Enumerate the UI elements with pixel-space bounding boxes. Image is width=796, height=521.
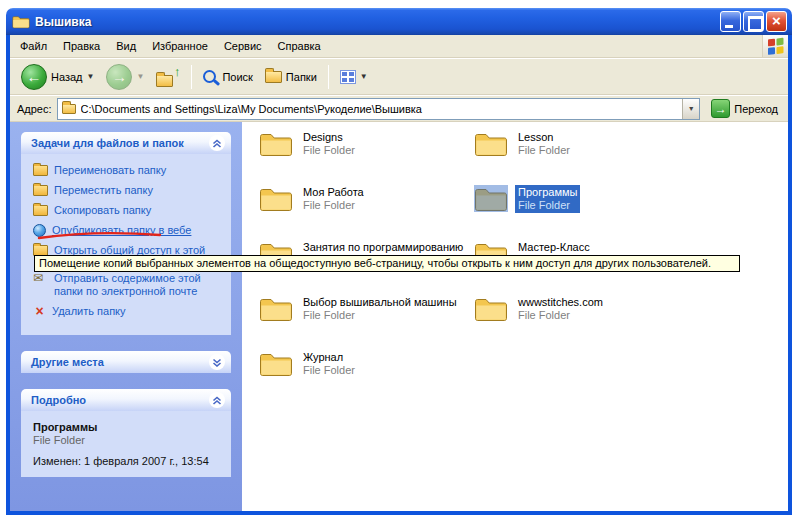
menu-item-5[interactable]: Справка	[270, 37, 329, 55]
folder-name: wwwstitches.com	[518, 296, 603, 309]
task-item-copy-folder[interactable]: Скопировать папку	[33, 204, 225, 217]
folder-text: DesignsFile Folder	[300, 130, 358, 158]
menu-item-0[interactable]: Файл	[12, 37, 55, 55]
chevron-down-icon[interactable]	[209, 354, 225, 370]
forward-button[interactable]: → ▼	[101, 62, 149, 92]
address-input[interactable]: C:\Documents and Settings\Liza\My Docume…	[57, 98, 701, 120]
views-icon	[340, 70, 356, 84]
back-label: Назад	[51, 71, 83, 83]
menu-bar: ФайлПравкаВидИзбранноеСервисСправка	[10, 35, 788, 58]
address-label: Адрес:	[17, 103, 52, 115]
details-header[interactable]: Подробно	[21, 389, 231, 411]
folder-item[interactable]: ПрограммыFile Folder	[474, 185, 580, 240]
file-tasks-list: Переименовать папкуПереместить папкуСкоп…	[21, 154, 231, 335]
folder-name: Программы	[518, 186, 577, 199]
folder-icon	[474, 185, 508, 212]
folder-item[interactable]: LessonFile Folder	[474, 130, 573, 185]
toolbar-separator	[191, 65, 192, 89]
menu-item-1[interactable]: Правка	[55, 37, 108, 55]
details-panel: Подробно Программы File Folder Изменен: …	[21, 389, 231, 477]
folder-item[interactable]: wwwstitches.comFile Folder	[474, 295, 606, 350]
folder-text: ЖурналFile Folder	[300, 350, 358, 378]
rename-folder-icon	[33, 165, 48, 176]
file-tasks-header[interactable]: Задачи для файлов и папок	[21, 132, 231, 154]
task-pane: Задачи для файлов и папок Переименовать …	[10, 122, 242, 511]
go-button[interactable]: → Переход	[705, 99, 784, 118]
task-item-label: Переименовать папку	[54, 164, 219, 177]
folder-window-icon	[12, 14, 30, 29]
explorer-window: Вышивка × ФайлПравкаВидИзбранноеСервисСп…	[6, 8, 792, 515]
folder-type: File Folder	[518, 144, 570, 157]
details-item-modified: Изменен: 1 февраля 2007 г., 13:54	[33, 455, 225, 467]
file-tasks-panel: Задачи для файлов и папок Переименовать …	[21, 132, 231, 335]
folder-item[interactable]: DesignsFile Folder	[259, 130, 358, 185]
folder-text: ПрограммыFile Folder	[515, 185, 580, 213]
move-folder-icon	[33, 185, 48, 196]
search-icon	[203, 70, 216, 83]
go-arrow-icon: →	[711, 99, 730, 118]
task-item-delete[interactable]: Удалить папку	[33, 305, 225, 318]
views-button[interactable]: ▼	[335, 68, 373, 86]
folder-icon	[259, 185, 293, 212]
search-label: Поиск	[222, 71, 252, 83]
folder-item[interactable]: Выбор вышивальной машиныFile Folder	[259, 295, 460, 350]
folder-text: wwwstitches.comFile Folder	[515, 295, 606, 323]
file-grid: DesignsFile FolderLessonFile FolderМоя Р…	[242, 122, 788, 511]
forward-dropdown-icon: ▼	[136, 72, 144, 81]
folder-icon	[474, 130, 508, 157]
menu-item-3[interactable]: Избранное	[144, 37, 216, 55]
title-bar[interactable]: Вышивка ×	[6, 8, 792, 35]
tooltip: Помещение копий выбранных элементов на о…	[34, 255, 740, 272]
details-item-type: File Folder	[33, 434, 225, 446]
other-places-header[interactable]: Другие места	[21, 351, 231, 373]
up-folder-icon: ↑	[156, 67, 180, 87]
folder-type: File Folder	[518, 199, 577, 212]
publish-web-icon	[33, 224, 46, 237]
up-button[interactable]: ↑	[151, 65, 185, 89]
task-item-publish-web[interactable]: Опубликовать папку в вебе	[33, 224, 225, 237]
back-arrow-icon: ←	[21, 64, 47, 90]
content-area: Задачи для файлов и папок Переименовать …	[10, 122, 788, 511]
folders-label: Папки	[286, 71, 317, 83]
folder-type: File Folder	[303, 144, 355, 157]
folder-icon	[259, 350, 293, 377]
details-title: Подробно	[31, 394, 86, 406]
go-label: Переход	[734, 103, 778, 115]
folder-type: File Folder	[518, 309, 603, 322]
back-button[interactable]: ← Назад ▼	[16, 62, 99, 92]
task-item-label: Отправить содержимое этой папки по элект…	[54, 272, 219, 298]
folder-icon	[259, 295, 293, 322]
close-button[interactable]: ×	[766, 11, 787, 32]
chevron-up-icon[interactable]	[209, 135, 225, 151]
menu-item-4[interactable]: Сервис	[216, 37, 270, 55]
folder-item[interactable]: ЖурналFile Folder	[259, 350, 358, 405]
minimize-button[interactable]	[720, 11, 741, 32]
folder-text: Выбор вышивальной машиныFile Folder	[300, 295, 460, 323]
task-item-label: Опубликовать папку в вебе	[52, 224, 217, 237]
toolbar-separator	[328, 65, 329, 89]
forward-arrow-icon: →	[106, 64, 132, 90]
address-dropdown-button[interactable]: ▼	[682, 99, 699, 119]
folder-icon	[474, 295, 508, 322]
folder-name: Занятия по программированию	[303, 241, 463, 254]
chevron-up-icon[interactable]	[209, 392, 225, 408]
window-title: Вышивка	[35, 15, 715, 29]
task-item-move-folder[interactable]: Переместить папку	[33, 184, 225, 197]
task-item-label: Скопировать папку	[54, 204, 219, 217]
task-item-rename-folder[interactable]: Переименовать папку	[33, 164, 225, 177]
folder-name: Моя Работа	[303, 186, 364, 199]
folders-button[interactable]: Папки	[260, 69, 322, 85]
maximize-button[interactable]	[743, 11, 764, 32]
folder-item[interactable]: Моя РаботаFile Folder	[259, 185, 367, 240]
menu-item-2[interactable]: Вид	[108, 37, 144, 55]
folder-name: Мастер-Класс	[518, 241, 590, 254]
back-dropdown-icon[interactable]: ▼	[87, 72, 95, 81]
folder-icon	[259, 130, 293, 157]
address-bar: Адрес: C:\Documents and Settings\Liza\My…	[10, 95, 788, 122]
delete-icon	[33, 305, 46, 317]
email-icon	[33, 272, 48, 284]
task-item-email[interactable]: Отправить содержимое этой папки по элект…	[33, 272, 225, 298]
search-button[interactable]: Поиск	[198, 68, 257, 85]
folder-name: Журнал	[303, 351, 355, 364]
views-dropdown-icon[interactable]: ▼	[360, 72, 368, 81]
